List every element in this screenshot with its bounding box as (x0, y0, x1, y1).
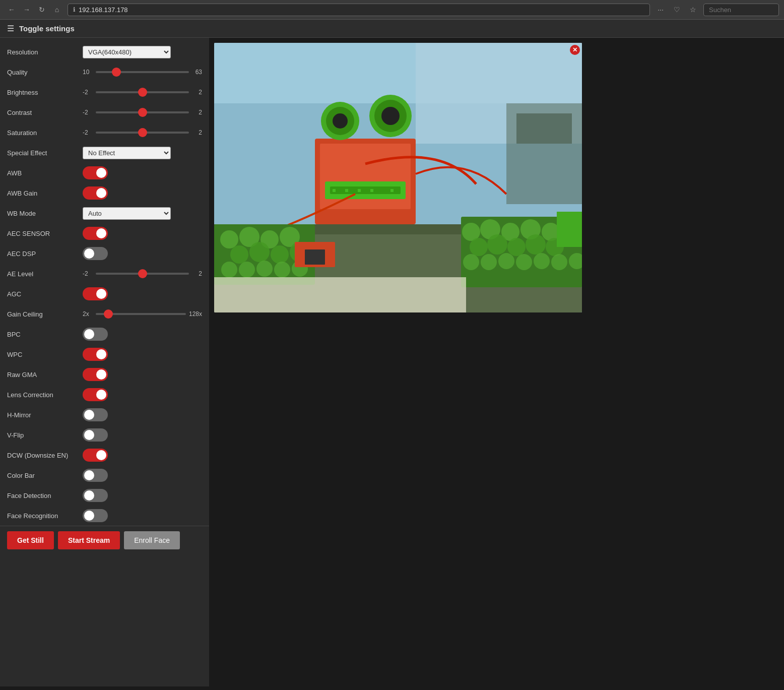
gain-ceiling-label: Gain Ceiling (7, 310, 83, 318)
saturation-label: Saturation (7, 129, 83, 137)
svg-rect-53 (557, 212, 582, 247)
quality-slider[interactable] (96, 71, 189, 73)
special-effect-label: Special Effect (7, 149, 83, 157)
special-effect-select[interactable]: No Effect Negative Grayscale Red Tint Gr… (83, 147, 171, 159)
contrast-label: Contrast (7, 109, 83, 116)
svg-point-29 (221, 262, 237, 278)
gain-ceiling-control: 2x 128x (83, 310, 202, 318)
face-detection-row: Face Detection (0, 485, 209, 506)
hamburger-icon[interactable]: ☰ (7, 24, 14, 33)
aec-sensor-toggle[interactable] (83, 227, 108, 240)
svg-point-51 (551, 254, 567, 270)
wpc-toggle[interactable] (83, 348, 108, 361)
address-bar[interactable]: ℹ 192.168.137.178 (68, 4, 650, 16)
svg-rect-58 (214, 277, 466, 312)
start-stream-button[interactable]: Start Stream (58, 531, 120, 549)
awb-gain-control (83, 186, 202, 200)
wb-mode-select[interactable]: Auto Sunny Cloudy Office Home (83, 207, 171, 220)
lens-correction-label: Lens Correction (7, 391, 83, 399)
settings-panel: Resolution VGA(640x480) UXGA(1600x1200) … (0, 38, 209, 686)
face-recognition-label: Face Recognition (7, 512, 83, 520)
bottom-buttons: Get Still Start Stream Enroll Face (0, 526, 209, 554)
svg-point-46 (463, 254, 479, 270)
ae-level-row: AE Level -2 2 (0, 264, 209, 284)
quality-control: 10 63 (83, 69, 202, 76)
face-detection-control (83, 489, 202, 502)
bookmark-button[interactable]: ♡ (670, 3, 683, 16)
awb-row: AWB (0, 163, 209, 183)
awb-gain-row: AWB Gain (0, 183, 209, 203)
search-input[interactable] (703, 4, 779, 16)
camera-svg (214, 43, 582, 312)
svg-rect-17 (358, 189, 361, 192)
agc-control (83, 287, 202, 300)
svg-point-50 (534, 253, 550, 269)
agc-toggle[interactable] (83, 287, 108, 300)
agc-label: AGC (7, 290, 83, 298)
svg-rect-19 (390, 189, 394, 192)
h-mirror-control (83, 408, 202, 421)
forward-button[interactable]: → (20, 3, 33, 16)
svg-point-12 (381, 107, 400, 125)
aec-sensor-row: AEC SENSOR (0, 223, 209, 243)
lens-correction-row: Lens Correction (0, 385, 209, 405)
svg-rect-57 (516, 113, 572, 144)
contrast-row: Contrast -2 2 (0, 102, 209, 122)
wpc-row: WPC (0, 344, 209, 364)
face-detection-label: Face Detection (7, 492, 83, 499)
svg-rect-55 (305, 249, 325, 265)
dcw-toggle[interactable] (83, 449, 108, 462)
aec-sensor-label: AEC SENSOR (7, 230, 83, 237)
awb-toggle[interactable] (83, 166, 108, 179)
brightness-row: Brightness -2 2 (0, 82, 209, 102)
face-recognition-row: Face Recognition (0, 506, 209, 526)
browser-chrome: ← → ↻ ⌂ ℹ 192.168.137.178 ··· ♡ ☆ (0, 0, 784, 20)
face-recognition-toggle[interactable] (83, 509, 108, 522)
awb-control (83, 166, 202, 179)
more-button[interactable]: ··· (654, 3, 667, 16)
bpc-toggle[interactable] (83, 328, 108, 341)
brightness-control: -2 2 (83, 89, 202, 96)
lens-correction-control (83, 388, 202, 401)
ae-level-slider[interactable] (96, 273, 189, 275)
address-text: 192.168.137.178 (79, 6, 128, 14)
svg-rect-14 (330, 186, 401, 194)
svg-point-30 (239, 262, 255, 278)
resolution-select[interactable]: VGA(640x480) UXGA(1600x1200) SXGA(1280x1… (83, 46, 171, 58)
dcw-row: DCW (Downsize EN) (0, 445, 209, 465)
wb-mode-control: Auto Sunny Cloudy Office Home (83, 207, 202, 220)
contrast-max: 2 (192, 109, 202, 116)
ae-level-label: AE Level (7, 270, 83, 278)
star-button[interactable]: ☆ (686, 3, 699, 16)
raw-gma-toggle[interactable] (83, 368, 108, 381)
special-effect-row: Special Effect No Effect Negative Graysc… (0, 143, 209, 163)
svg-point-41 (470, 238, 488, 256)
lens-correction-toggle[interactable] (83, 388, 108, 401)
camera-close-button[interactable]: ✕ (570, 45, 580, 55)
h-mirror-toggle[interactable] (83, 408, 108, 421)
v-flip-toggle[interactable] (83, 428, 108, 442)
back-button[interactable]: ← (5, 3, 18, 16)
ae-level-control: -2 2 (83, 270, 202, 277)
contrast-slider[interactable] (96, 111, 189, 113)
main-area: Resolution VGA(640x480) UXGA(1600x1200) … (0, 38, 784, 686)
color-bar-toggle[interactable] (83, 469, 108, 482)
face-detection-toggle[interactable] (83, 489, 108, 502)
raw-gma-row: Raw GMA (0, 364, 209, 385)
wpc-control (83, 348, 202, 361)
saturation-max: 2 (192, 129, 202, 136)
gain-ceiling-slider[interactable] (96, 313, 186, 315)
aec-dsp-toggle[interactable] (83, 247, 108, 260)
gain-ceiling-max: 128x (189, 310, 202, 318)
get-still-button[interactable]: Get Still (7, 531, 54, 549)
awb-gain-toggle[interactable] (83, 186, 108, 200)
enroll-face-button[interactable]: Enroll Face (124, 531, 180, 549)
brightness-slider[interactable] (96, 91, 189, 93)
saturation-slider[interactable] (96, 132, 189, 134)
nav-buttons: ← → ↻ ⌂ (5, 3, 63, 16)
saturation-control: -2 2 (83, 129, 202, 136)
contrast-control: -2 2 (83, 109, 202, 116)
home-button[interactable]: ⌂ (50, 3, 63, 16)
refresh-button[interactable]: ↻ (35, 3, 48, 16)
color-bar-label: Color Bar (7, 472, 83, 479)
